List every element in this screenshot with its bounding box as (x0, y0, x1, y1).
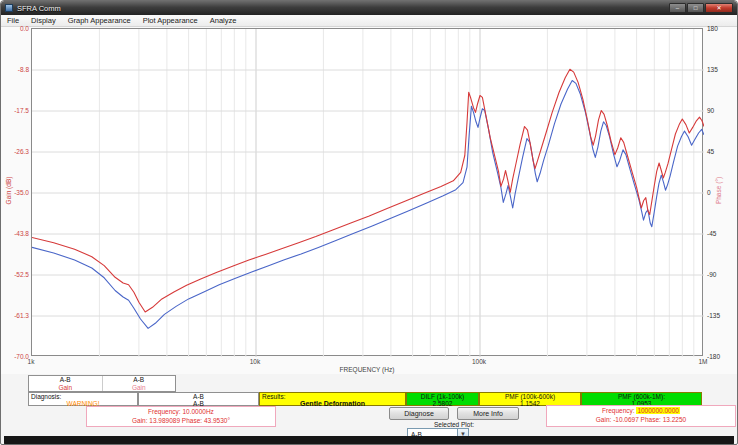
menu-graph-appearance[interactable]: Graph Appearance (62, 15, 137, 26)
cursor-right-frequency: Frequency: 1000000.0000 (547, 406, 735, 415)
legend-box: A-B Gain A-B Gain (28, 375, 176, 392)
cursor-left-frequency: Frequency: 10.0000Hz (87, 407, 275, 416)
selected-plot-label: Selected Plot: (399, 421, 509, 428)
menu-plot-appearance[interactable]: Plot Appearance (137, 15, 204, 26)
factor-dilf: DILF (1k-100k) 2.5802 (406, 392, 479, 406)
menu-analyze[interactable]: Analyze (204, 15, 243, 26)
factor-pmf-mid: PMF (100k-600k) 1.1542 (479, 392, 581, 406)
close-button[interactable]: ✕ (705, 3, 733, 13)
diagnose-button[interactable]: Diagnose (389, 407, 449, 420)
cursor-readout-right: Frequency: 1000000.0000 Gain: -10.0697 P… (546, 405, 736, 427)
cursor-readout-left: Frequency: 10.0000Hz Gain: 13.989089 Pha… (86, 406, 276, 427)
results-label: Results: (260, 393, 405, 400)
phase-axis-label: Phase (°) (715, 168, 722, 214)
frequency-axis-label: FREQUENCY (Hz) (31, 366, 703, 373)
cursor-left-gain-phase: Gain: 13.989089 Phase: 43.9530° (87, 416, 275, 425)
minimize-button[interactable]: – (669, 3, 686, 13)
diagnosis-box: Diagnosis: WARNING! (28, 392, 138, 406)
app-window: SFRA Comm – □ ✕ File Display Graph Appea… (0, 0, 738, 445)
legend-entry: A-B Gain (103, 376, 176, 391)
window-title: SFRA Comm (17, 4, 61, 13)
menu-display[interactable]: Display (25, 15, 62, 26)
frequency-highlight: 1000000.0000 (636, 407, 680, 414)
diagnosis-label: Diagnosis: (31, 393, 135, 400)
cursor-right-gain-phase: Gain: -10.0697 Phase: 13.2250 (547, 415, 735, 424)
legend-entry: A-B Gain (29, 376, 103, 391)
diagnosis-plots-box: A-B A-B (138, 392, 259, 406)
window-bottom-edge (4, 436, 734, 445)
gain-axis-label: Gain (dB) (5, 168, 12, 214)
factor-pmf-high: PMF (600k-1M): 1.0953 (581, 392, 702, 406)
maximize-button[interactable]: □ (687, 3, 704, 13)
plot-area[interactable] (31, 28, 703, 356)
chart-region: 0.0-8.8-17.5-26.3-35.0-43.8-52.5-61.3-70… (1, 27, 738, 374)
chart-svg (32, 29, 704, 357)
diagnosis-plot-0: A-B (139, 393, 258, 400)
menu-bar: File Display Graph Appearance Plot Appea… (1, 15, 737, 27)
app-icon (5, 4, 13, 12)
more-info-button[interactable]: More Info (457, 407, 519, 420)
title-bar[interactable]: SFRA Comm – □ ✕ (1, 1, 737, 15)
results-box: Results: Gentle Deformation (259, 392, 406, 406)
results-value: Gentle Deformation (260, 400, 405, 407)
